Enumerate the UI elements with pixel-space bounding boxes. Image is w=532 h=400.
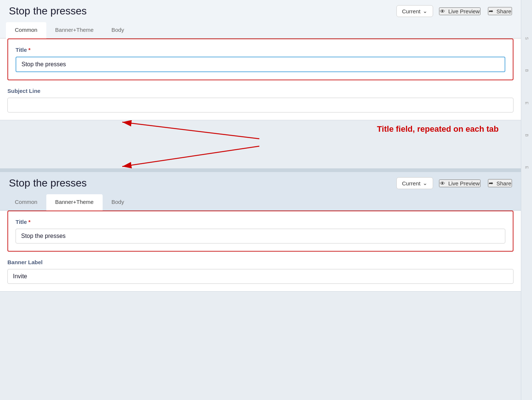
- bottom-header: Stop the presses Current ⌄ 👁 Live Previe…: [0, 172, 521, 194]
- top-share-button[interactable]: ➦ Share: [488, 7, 512, 15]
- top-subject-label: Subject Line: [7, 88, 513, 94]
- top-version-dropdown[interactable]: Current ⌄: [396, 5, 433, 17]
- bottom-version-dropdown[interactable]: Current ⌄: [396, 177, 433, 189]
- top-live-preview-label: Live Preview: [448, 8, 480, 14]
- top-title-section: Title*: [7, 38, 513, 80]
- top-version-label: Current: [402, 8, 420, 14]
- bottom-tab-banner-theme[interactable]: Banner+Theme: [46, 194, 103, 211]
- sidebar-label-1: S: [525, 37, 529, 40]
- top-title-required-star: *: [29, 47, 31, 53]
- top-title-input[interactable]: [16, 57, 505, 72]
- top-header-actions: 👁 Live Preview ➦ Share: [439, 7, 512, 15]
- sidebar-label-2: B: [525, 69, 529, 72]
- svg-line-2: [122, 122, 259, 139]
- top-tab-common[interactable]: Common: [6, 22, 46, 38]
- bottom-tab-body[interactable]: Body: [103, 194, 133, 210]
- bottom-page-title: Stop the presses: [9, 177, 390, 189]
- bottom-share-button[interactable]: ➦ Share: [488, 179, 512, 187]
- bottom-tab-common[interactable]: Common: [6, 194, 46, 210]
- top-share-label: Share: [496, 8, 511, 14]
- bottom-live-preview-label: Live Preview: [448, 180, 480, 186]
- annotation-label: Title field, repeated on each tab: [377, 124, 499, 135]
- top-chevron-icon: ⌄: [423, 8, 428, 14]
- sidebar-label-3: E: [525, 102, 529, 104]
- svg-line-3: [122, 146, 259, 167]
- bottom-title-input[interactable]: [16, 229, 505, 243]
- bottom-title-required-star: *: [29, 219, 31, 225]
- sidebar-label-4: B: [525, 134, 529, 137]
- bottom-version-label: Current: [402, 180, 420, 186]
- annotation-arrows-svg: [0, 120, 521, 168]
- top-subject-line-section: Subject Line: [0, 88, 521, 120]
- bottom-tabs: Common Banner+Theme Body: [0, 194, 521, 211]
- bottom-title-section: Title*: [7, 211, 513, 252]
- bottom-chevron-icon: ⌄: [423, 180, 428, 186]
- right-sidebar: S B E B E: [521, 0, 532, 292]
- top-tab-body[interactable]: Body: [103, 22, 133, 38]
- bottom-banner-label-input[interactable]: [7, 269, 513, 284]
- bottom-banner-label-label: Banner Label: [7, 259, 513, 265]
- bottom-eye-icon: 👁: [440, 180, 445, 186]
- top-title-label: Title*: [16, 47, 505, 53]
- bottom-banner-label-section: Banner Label: [0, 259, 521, 291]
- bottom-live-preview-button[interactable]: 👁 Live Preview: [439, 179, 481, 187]
- top-tabs: Common Banner+Theme Body: [0, 22, 521, 38]
- bottom-share-icon: ➦: [489, 180, 493, 186]
- bottom-share-label: Share: [496, 180, 511, 186]
- sidebar-label-5: E: [525, 166, 529, 169]
- top-header: Stop the presses Current ⌄ 👁 Live Previe…: [0, 0, 521, 22]
- panel-divider: [0, 168, 521, 172]
- bottom-header-actions: 👁 Live Preview ➦ Share: [439, 179, 512, 187]
- top-page-title: Stop the presses: [9, 5, 390, 17]
- annotation-area: Title field, repeated on each tab: [0, 120, 521, 168]
- top-tab-banner-theme[interactable]: Banner+Theme: [46, 22, 103, 38]
- top-eye-icon: 👁: [440, 8, 445, 14]
- bottom-title-label: Title*: [16, 219, 505, 225]
- top-share-icon: ➦: [489, 8, 493, 14]
- top-live-preview-button[interactable]: 👁 Live Preview: [439, 7, 481, 15]
- top-subject-line-input[interactable]: [7, 98, 513, 112]
